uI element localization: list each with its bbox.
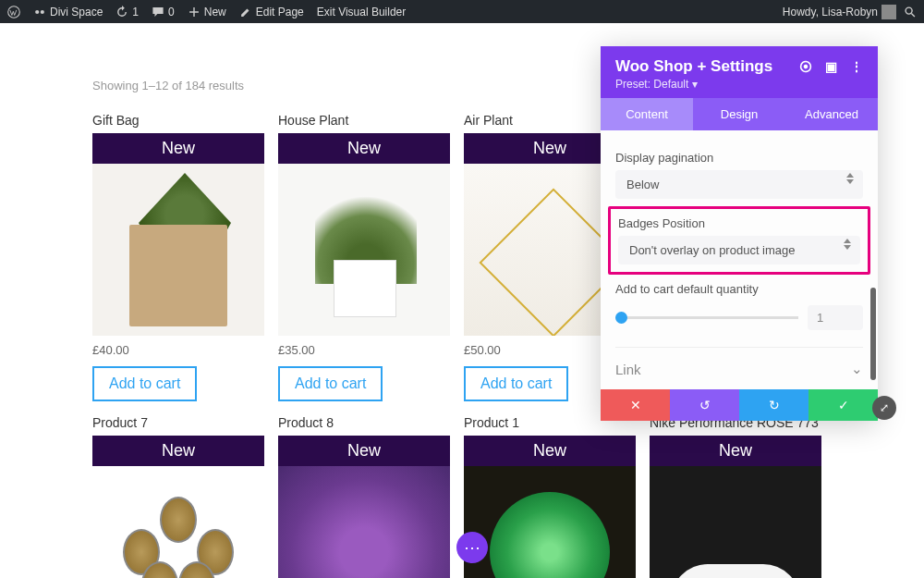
- add-to-cart-button[interactable]: Add to cart: [464, 366, 568, 401]
- product-card[interactable]: Gift Bag New £40.00 Add to cart: [92, 113, 264, 401]
- product-title: House Plant: [278, 113, 450, 128]
- redo-button[interactable]: ↻: [739, 389, 808, 421]
- badges-highlight: Badges Position Don't overlay on product…: [608, 206, 870, 275]
- product-card[interactable]: Product 7 New: [92, 415, 264, 578]
- badges-label: Badges Position: [618, 216, 860, 230]
- menu-dots-icon[interactable]: ⋮: [850, 59, 863, 74]
- new-badge: New: [464, 436, 636, 466]
- product-title: Product 8: [278, 415, 450, 430]
- new-content[interactable]: New: [188, 6, 226, 18]
- tab-design[interactable]: Design: [693, 98, 785, 130]
- module-settings-panel: Woo Shop + Settings ⦿ ▣ ⋮ Preset: Defaul…: [601, 46, 878, 421]
- panel-title: Woo Shop + Settings: [615, 57, 772, 76]
- site-name[interactable]: Divi Space: [33, 6, 103, 18]
- pagination-label: Display pagination: [615, 151, 863, 165]
- link-section[interactable]: Link ⌄: [615, 347, 863, 389]
- product-image[interactable]: [92, 164, 264, 336]
- product-title: Product 7: [92, 415, 264, 430]
- svg-point-2: [41, 9, 44, 13]
- resize-handle-icon[interactable]: ⤢: [872, 396, 896, 420]
- howdy-user[interactable]: Howdy, Lisa-Robyn: [783, 5, 896, 19]
- product-card[interactable]: Product 1 New: [464, 415, 636, 578]
- tab-advanced[interactable]: Advanced: [785, 98, 878, 130]
- product-image[interactable]: [92, 466, 264, 578]
- new-badge: New: [278, 133, 450, 164]
- module-options-button[interactable]: ⋯: [456, 532, 488, 563]
- svg-point-1: [35, 9, 39, 13]
- product-price: £35.00: [278, 343, 450, 357]
- preset-selector[interactable]: Preset: Default ▾: [615, 78, 863, 91]
- product-image[interactable]: [464, 466, 636, 578]
- new-badge: New: [278, 436, 450, 466]
- undo-button[interactable]: ↺: [670, 389, 739, 421]
- add-to-cart-button[interactable]: Add to cart: [278, 366, 383, 401]
- new-badge: New: [92, 133, 264, 164]
- search-icon[interactable]: [904, 6, 917, 18]
- product-card[interactable]: Product 8 New: [278, 415, 450, 578]
- cancel-button[interactable]: ✕: [601, 389, 670, 421]
- svg-point-3: [906, 7, 912, 14]
- avatar: [881, 5, 896, 19]
- scrollbar[interactable]: [870, 288, 876, 380]
- pagination-select[interactable]: Below: [615, 170, 863, 199]
- wp-admin-bar: Divi Space 1 0 New Edit Page Exit Visual…: [0, 0, 924, 23]
- focus-icon[interactable]: ⦿: [799, 59, 812, 74]
- tab-content[interactable]: Content: [601, 98, 693, 130]
- comments[interactable]: 0: [152, 6, 175, 18]
- qty-slider[interactable]: [615, 316, 798, 319]
- settings-tabs: Content Design Advanced: [601, 98, 878, 130]
- product-card[interactable]: Nike Performance ROSE 773 New: [650, 415, 821, 578]
- new-badge: New: [92, 436, 264, 466]
- add-to-cart-button[interactable]: Add to cart: [92, 366, 197, 401]
- badges-select[interactable]: Don't overlay on product image: [618, 236, 860, 264]
- qty-input[interactable]: 1: [808, 305, 863, 330]
- save-button[interactable]: ✓: [808, 389, 878, 421]
- panel-footer: ✕ ↺ ↻ ✓: [601, 389, 878, 421]
- product-image[interactable]: [278, 164, 450, 336]
- qty-label: Add to cart default quantity: [615, 282, 863, 296]
- svg-point-0: [8, 6, 20, 18]
- updates[interactable]: 1: [116, 6, 139, 18]
- exit-visual-builder[interactable]: Exit Visual Builder: [317, 6, 407, 18]
- new-badge: New: [650, 436, 821, 466]
- product-price: £40.00: [92, 343, 264, 357]
- wp-logo-icon[interactable]: [7, 6, 20, 18]
- product-card[interactable]: House Plant New £35.00 Add to cart: [278, 113, 450, 401]
- product-image[interactable]: [278, 466, 450, 578]
- product-title: Gift Bag: [92, 113, 264, 128]
- edit-page[interactable]: Edit Page: [239, 6, 304, 18]
- panel-header[interactable]: Woo Shop + Settings ⦿ ▣ ⋮ Preset: Defaul…: [601, 46, 878, 98]
- product-image[interactable]: [650, 466, 821, 578]
- chevron-down-icon: ⌄: [851, 361, 863, 377]
- expand-icon[interactable]: ▣: [825, 59, 837, 74]
